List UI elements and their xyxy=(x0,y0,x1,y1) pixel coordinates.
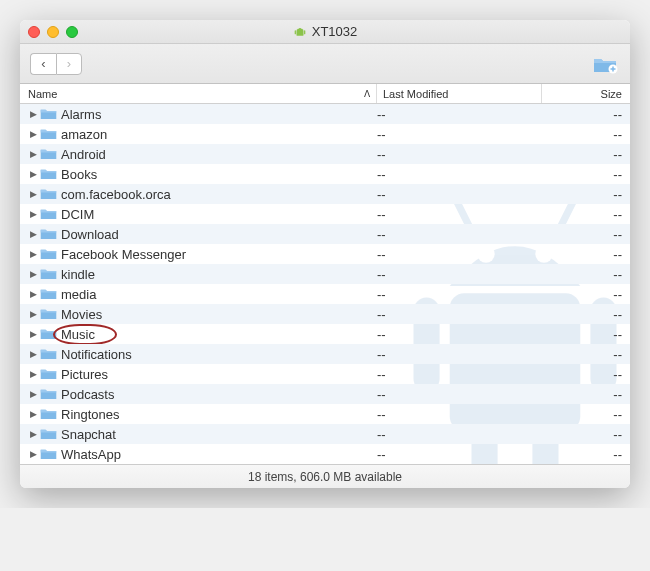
table-row[interactable]: ▶ kindle---- xyxy=(20,264,630,284)
item-size: -- xyxy=(542,327,630,342)
item-name: Music xyxy=(61,327,377,342)
disclosure-triangle-icon[interactable]: ▶ xyxy=(26,209,40,219)
disclosure-triangle-icon[interactable]: ▶ xyxy=(26,109,40,119)
new-folder-icon xyxy=(592,54,618,74)
folder-icon xyxy=(40,447,57,461)
item-name: Download xyxy=(61,227,377,242)
folder-icon xyxy=(40,127,57,141)
item-name: Books xyxy=(61,167,377,182)
column-size-label: Size xyxy=(601,88,622,100)
folder-icon xyxy=(40,267,57,281)
column-modified[interactable]: Last Modified xyxy=(377,84,542,103)
item-size: -- xyxy=(542,247,630,262)
folder-icon xyxy=(40,287,57,301)
svg-point-1 xyxy=(298,27,299,28)
item-size: -- xyxy=(542,107,630,122)
maximize-icon[interactable] xyxy=(66,26,78,38)
window-title: XT1032 xyxy=(20,24,630,39)
table-row[interactable]: ▶ Snapchat---- xyxy=(20,424,630,444)
folder-icon xyxy=(40,367,57,381)
item-modified: -- xyxy=(377,387,542,402)
item-name: media xyxy=(61,287,377,302)
sort-indicator-icon: ᐱ xyxy=(364,89,370,99)
folder-icon xyxy=(40,327,57,341)
disclosure-triangle-icon[interactable]: ▶ xyxy=(26,429,40,439)
table-row[interactable]: ▶ Android---- xyxy=(20,144,630,164)
folder-icon xyxy=(40,187,57,201)
disclosure-triangle-icon[interactable]: ▶ xyxy=(26,129,40,139)
table-row[interactable]: ▶ Pictures---- xyxy=(20,364,630,384)
disclosure-triangle-icon[interactable]: ▶ xyxy=(26,309,40,319)
item-name: Alarms xyxy=(61,107,377,122)
file-list[interactable]: ▶ Alarms----▶ amazon----▶ Android----▶ B… xyxy=(20,104,630,464)
folder-icon xyxy=(40,207,57,221)
folder-icon xyxy=(40,167,57,181)
disclosure-triangle-icon[interactable]: ▶ xyxy=(26,269,40,279)
item-size: -- xyxy=(542,287,630,302)
item-modified: -- xyxy=(377,447,542,462)
table-row[interactable]: ▶ Movies---- xyxy=(20,304,630,324)
column-name[interactable]: Name ᐱ xyxy=(20,84,377,103)
disclosure-triangle-icon[interactable]: ▶ xyxy=(26,189,40,199)
table-row[interactable]: ▶ Podcasts---- xyxy=(20,384,630,404)
item-modified: -- xyxy=(377,347,542,362)
disclosure-triangle-icon[interactable]: ▶ xyxy=(26,229,40,239)
table-row[interactable]: ▶ Alarms---- xyxy=(20,104,630,124)
item-name: kindle xyxy=(61,267,377,282)
close-icon[interactable] xyxy=(28,26,40,38)
table-row[interactable]: ▶ DCIM---- xyxy=(20,204,630,224)
item-name: Facebook Messenger xyxy=(61,247,377,262)
disclosure-triangle-icon[interactable]: ▶ xyxy=(26,389,40,399)
svg-rect-3 xyxy=(294,30,295,34)
item-modified: -- xyxy=(377,107,542,122)
item-size: -- xyxy=(542,367,630,382)
title-text: XT1032 xyxy=(312,24,358,39)
titlebar[interactable]: XT1032 xyxy=(20,20,630,44)
svg-rect-4 xyxy=(304,30,305,34)
item-modified: -- xyxy=(377,427,542,442)
item-size: -- xyxy=(542,447,630,462)
minimize-icon[interactable] xyxy=(47,26,59,38)
new-folder-button[interactable] xyxy=(590,53,620,75)
table-row[interactable]: ▶ WhatsApp---- xyxy=(20,444,630,464)
item-name: DCIM xyxy=(61,207,377,222)
back-button[interactable]: ‹ xyxy=(30,53,56,75)
item-name: Ringtones xyxy=(61,407,377,422)
table-row[interactable]: ▶ Facebook Messenger---- xyxy=(20,244,630,264)
disclosure-triangle-icon[interactable]: ▶ xyxy=(26,349,40,359)
window-controls xyxy=(28,26,78,38)
disclosure-triangle-icon[interactable]: ▶ xyxy=(26,409,40,419)
table-row[interactable]: ▶ Books---- xyxy=(20,164,630,184)
forward-button[interactable]: › xyxy=(56,53,82,75)
table-row[interactable]: ▶ amazon---- xyxy=(20,124,630,144)
columns-header: Name ᐱ Last Modified Size xyxy=(20,84,630,104)
item-modified: -- xyxy=(377,127,542,142)
disclosure-triangle-icon[interactable]: ▶ xyxy=(26,169,40,179)
finder-window: XT1032 ‹ › Name ᐱ Last Modified Size xyxy=(20,20,630,488)
item-size: -- xyxy=(542,127,630,142)
folder-icon xyxy=(40,347,57,361)
item-size: -- xyxy=(542,387,630,402)
table-row[interactable]: ▶ Music---- xyxy=(20,324,630,344)
disclosure-triangle-icon[interactable]: ▶ xyxy=(26,149,40,159)
disclosure-triangle-icon[interactable]: ▶ xyxy=(26,289,40,299)
column-modified-label: Last Modified xyxy=(383,88,448,100)
table-row[interactable]: ▶ Notifications---- xyxy=(20,344,630,364)
column-size[interactable]: Size xyxy=(542,84,630,103)
disclosure-triangle-icon[interactable]: ▶ xyxy=(26,329,40,339)
table-row[interactable]: ▶ media---- xyxy=(20,284,630,304)
table-row[interactable]: ▶ Download---- xyxy=(20,224,630,244)
table-row[interactable]: ▶ Ringtones---- xyxy=(20,404,630,424)
folder-icon xyxy=(40,307,57,321)
svg-rect-0 xyxy=(296,29,303,35)
item-size: -- xyxy=(542,267,630,282)
item-size: -- xyxy=(542,307,630,322)
item-size: -- xyxy=(542,407,630,422)
table-row[interactable]: ▶ com.facebook.orca---- xyxy=(20,184,630,204)
disclosure-triangle-icon[interactable]: ▶ xyxy=(26,449,40,459)
disclosure-triangle-icon[interactable]: ▶ xyxy=(26,249,40,259)
folder-icon xyxy=(40,247,57,261)
disclosure-triangle-icon[interactable]: ▶ xyxy=(26,369,40,379)
item-name: Pictures xyxy=(61,367,377,382)
item-name: Android xyxy=(61,147,377,162)
